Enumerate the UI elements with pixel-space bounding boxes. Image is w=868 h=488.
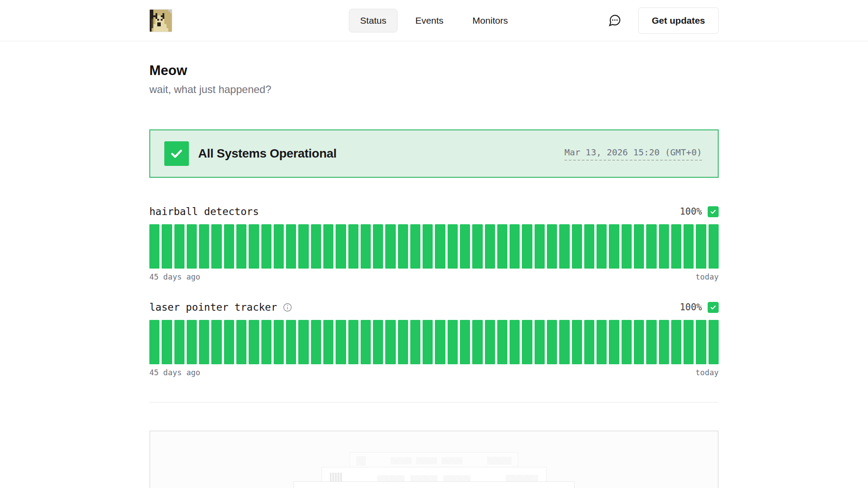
- uptime-bar[interactable]: [597, 320, 607, 364]
- uptime-bar[interactable]: [298, 320, 308, 364]
- uptime-bar[interactable]: [684, 320, 694, 364]
- uptime-bar[interactable]: [261, 320, 271, 364]
- uptime-bar[interactable]: [572, 224, 582, 269]
- uptime-bar[interactable]: [311, 224, 321, 269]
- uptime-bar[interactable]: [547, 224, 557, 269]
- uptime-bar[interactable]: [274, 320, 284, 364]
- uptime-bar[interactable]: [398, 320, 408, 364]
- uptime-bar[interactable]: [684, 224, 694, 269]
- uptime-bar[interactable]: [410, 224, 420, 269]
- uptime-bar[interactable]: [385, 224, 395, 269]
- uptime-bar[interactable]: [398, 224, 408, 269]
- uptime-bar[interactable]: [323, 320, 333, 364]
- uptime-bar[interactable]: [634, 320, 644, 364]
- uptime-bar[interactable]: [709, 320, 719, 364]
- uptime-bar[interactable]: [597, 224, 607, 269]
- uptime-bar[interactable]: [249, 224, 259, 269]
- uptime-bar[interactable]: [559, 320, 569, 364]
- uptime-bar[interactable]: [572, 320, 582, 364]
- uptime-bar[interactable]: [497, 320, 507, 364]
- tab-events[interactable]: Events: [404, 9, 455, 32]
- uptime-bar[interactable]: [423, 320, 433, 364]
- uptime-bar[interactable]: [448, 320, 458, 364]
- uptime-bar[interactable]: [522, 224, 532, 269]
- uptime-bar[interactable]: [149, 320, 159, 364]
- uptime-bar[interactable]: [485, 224, 495, 269]
- uptime-bar[interactable]: [535, 320, 545, 364]
- uptime-bar[interactable]: [696, 224, 706, 269]
- uptime-bar[interactable]: [559, 224, 569, 269]
- uptime-bar[interactable]: [211, 224, 221, 269]
- uptime-bar[interactable]: [224, 224, 234, 269]
- uptime-bar[interactable]: [162, 320, 172, 364]
- uptime-bar[interactable]: [671, 320, 681, 364]
- uptime-bar[interactable]: [199, 320, 209, 364]
- uptime-bar[interactable]: [460, 224, 470, 269]
- info-icon[interactable]: [282, 302, 293, 312]
- uptime-bar[interactable]: [199, 224, 209, 269]
- uptime-bar[interactable]: [535, 224, 545, 269]
- uptime-bar[interactable]: [149, 224, 159, 269]
- uptime-bar[interactable]: [361, 224, 371, 269]
- uptime-bar[interactable]: [224, 320, 234, 364]
- uptime-bar[interactable]: [336, 320, 346, 364]
- uptime-bar[interactable]: [510, 224, 520, 269]
- uptime-bar[interactable]: [584, 224, 594, 269]
- uptime-bar[interactable]: [423, 224, 433, 269]
- uptime-bar[interactable]: [236, 320, 246, 364]
- uptime-bar[interactable]: [671, 224, 681, 269]
- uptime-bar[interactable]: [448, 224, 458, 269]
- uptime-bar[interactable]: [646, 224, 656, 269]
- uptime-bar[interactable]: [348, 224, 358, 269]
- uptime-bar[interactable]: [274, 224, 284, 269]
- uptime-bar[interactable]: [609, 320, 619, 364]
- uptime-bar[interactable]: [162, 224, 172, 269]
- uptime-bar[interactable]: [410, 320, 420, 364]
- uptime-bar[interactable]: [622, 224, 632, 269]
- uptime-bar[interactable]: [174, 320, 184, 364]
- uptime-bar[interactable]: [236, 224, 246, 269]
- uptime-bar[interactable]: [286, 320, 296, 364]
- uptime-bar[interactable]: [522, 320, 532, 364]
- uptime-bar[interactable]: [298, 224, 308, 269]
- get-updates-button[interactable]: Get updates: [638, 7, 719, 34]
- uptime-bar[interactable]: [547, 320, 557, 364]
- uptime-bar[interactable]: [510, 320, 520, 364]
- uptime-bar[interactable]: [311, 320, 321, 364]
- uptime-bar[interactable]: [385, 320, 395, 364]
- uptime-bar[interactable]: [323, 224, 333, 269]
- uptime-bar[interactable]: [373, 320, 383, 364]
- uptime-bar[interactable]: [261, 224, 271, 269]
- uptime-bar[interactable]: [472, 224, 482, 269]
- tab-status[interactable]: Status: [349, 9, 398, 32]
- uptime-bar[interactable]: [174, 224, 184, 269]
- uptime-bar[interactable]: [187, 320, 197, 364]
- uptime-bar[interactable]: [622, 320, 632, 364]
- uptime-bar[interactable]: [497, 224, 507, 269]
- uptime-bar[interactable]: [609, 224, 619, 269]
- uptime-bar[interactable]: [361, 320, 371, 364]
- uptime-bar[interactable]: [435, 320, 445, 364]
- tab-monitors[interactable]: Monitors: [461, 9, 520, 32]
- uptime-bar[interactable]: [435, 224, 445, 269]
- uptime-bar[interactable]: [472, 320, 482, 364]
- chat-bubble-icon[interactable]: [608, 14, 622, 27]
- uptime-bar[interactable]: [646, 320, 656, 364]
- uptime-bar[interactable]: [659, 320, 669, 364]
- uptime-bar[interactable]: [696, 320, 706, 364]
- uptime-bar[interactable]: [659, 224, 669, 269]
- uptime-bar[interactable]: [336, 224, 346, 269]
- uptime-bar[interactable]: [709, 224, 719, 269]
- uptime-bar[interactable]: [634, 224, 644, 269]
- uptime-bar[interactable]: [187, 224, 197, 269]
- uptime-bar[interactable]: [348, 320, 358, 364]
- uptime-bar[interactable]: [584, 320, 594, 364]
- uptime-bar[interactable]: [485, 320, 495, 364]
- surprised-cat-logo[interactable]: [149, 9, 172, 32]
- uptime-bar[interactable]: [373, 224, 383, 269]
- uptime-bar[interactable]: [211, 320, 221, 364]
- uptime-bar[interactable]: [460, 320, 470, 364]
- uptime-bar[interactable]: [286, 224, 296, 269]
- banner-timestamp[interactable]: Mar 13, 2026 15:20 (GMT+0): [564, 147, 702, 161]
- uptime-bar[interactable]: [249, 320, 259, 364]
